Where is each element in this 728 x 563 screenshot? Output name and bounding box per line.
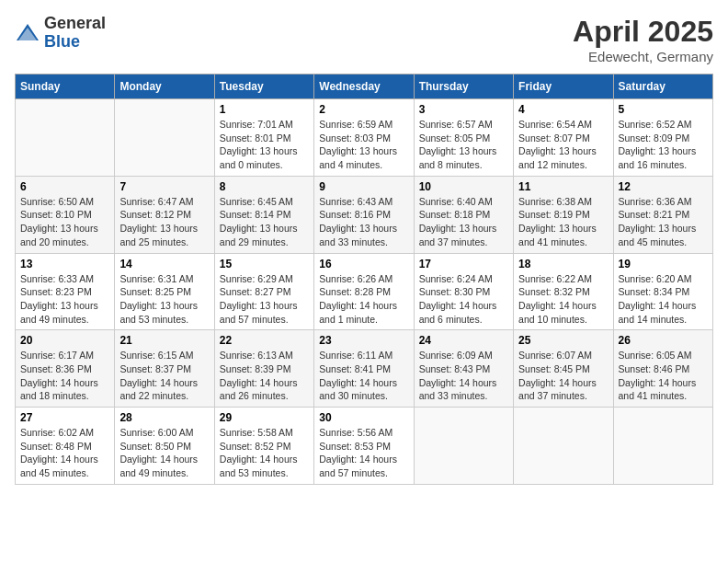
day-info: Sunrise: 6:47 AM Sunset: 8:12 PM Dayligh… xyxy=(119,195,209,249)
calendar-day-cell: 26Sunrise: 6:05 AM Sunset: 8:46 PM Dayli… xyxy=(613,330,712,408)
calendar-day-cell: 3Sunrise: 6:57 AM Sunset: 8:05 PM Daylig… xyxy=(414,99,513,177)
day-number: 2 xyxy=(319,103,408,116)
day-number: 19 xyxy=(619,258,708,270)
calendar-header-cell: Monday xyxy=(115,75,214,99)
calendar-day-cell: 18Sunrise: 6:22 AM Sunset: 8:32 PM Dayli… xyxy=(514,253,613,330)
day-number: 8 xyxy=(220,180,309,193)
day-number: 9 xyxy=(319,180,408,193)
calendar-day-cell: 19Sunrise: 6:20 AM Sunset: 8:34 PM Dayli… xyxy=(613,253,712,330)
day-info: Sunrise: 6:43 AM Sunset: 8:16 PM Dayligh… xyxy=(319,195,408,249)
calendar-day-cell: 15Sunrise: 6:29 AM Sunset: 8:27 PM Dayli… xyxy=(214,253,313,330)
calendar-day-cell: 2Sunrise: 6:59 AM Sunset: 8:03 PM Daylig… xyxy=(314,99,414,177)
day-number: 14 xyxy=(119,258,209,270)
logo-text: General Blue xyxy=(44,15,106,52)
day-number: 15 xyxy=(220,258,309,270)
calendar-day-cell: 4Sunrise: 6:54 AM Sunset: 8:07 PM Daylig… xyxy=(514,99,613,177)
day-info: Sunrise: 6:26 AM Sunset: 8:28 PM Dayligh… xyxy=(319,272,408,327)
day-info: Sunrise: 6:11 AM Sunset: 8:41 PM Dayligh… xyxy=(319,349,408,403)
day-info: Sunrise: 6:20 AM Sunset: 8:34 PM Dayligh… xyxy=(619,272,708,327)
day-number: 25 xyxy=(518,334,608,347)
calendar-day-cell: 21Sunrise: 6:15 AM Sunset: 8:37 PM Dayli… xyxy=(115,330,214,408)
calendar-header-cell: Saturday xyxy=(613,75,712,99)
title-area: April 2025 Edewecht, Germany xyxy=(573,15,713,64)
calendar-week-row: 6Sunrise: 6:50 AM Sunset: 8:10 PM Daylig… xyxy=(16,176,713,253)
calendar-day-cell: 1Sunrise: 7:01 AM Sunset: 8:01 PM Daylig… xyxy=(214,99,313,177)
logo-blue: Blue xyxy=(44,33,106,52)
day-number: 7 xyxy=(119,180,209,193)
logo: General Blue xyxy=(15,15,106,52)
calendar-day-cell: 20Sunrise: 6:17 AM Sunset: 8:36 PM Dayli… xyxy=(16,330,115,408)
calendar-day-cell: 12Sunrise: 6:36 AM Sunset: 8:21 PM Dayli… xyxy=(613,176,712,253)
calendar-header-cell: Friday xyxy=(514,75,613,99)
calendar-week-row: 13Sunrise: 6:33 AM Sunset: 8:23 PM Dayli… xyxy=(16,253,713,330)
calendar-day-cell: 10Sunrise: 6:40 AM Sunset: 8:18 PM Dayli… xyxy=(414,176,513,253)
day-info: Sunrise: 5:56 AM Sunset: 8:53 PM Dayligh… xyxy=(319,426,408,480)
calendar-day-cell: 7Sunrise: 6:47 AM Sunset: 8:12 PM Daylig… xyxy=(115,176,214,253)
calendar-day-cell xyxy=(514,408,613,485)
day-number: 18 xyxy=(518,258,608,270)
day-info: Sunrise: 6:22 AM Sunset: 8:32 PM Dayligh… xyxy=(518,272,608,327)
calendar-day-cell: 16Sunrise: 6:26 AM Sunset: 8:28 PM Dayli… xyxy=(314,253,414,330)
day-number: 11 xyxy=(518,180,608,193)
day-number: 22 xyxy=(220,334,309,347)
day-info: Sunrise: 6:57 AM Sunset: 8:05 PM Dayligh… xyxy=(419,118,508,172)
day-info: Sunrise: 6:36 AM Sunset: 8:21 PM Dayligh… xyxy=(619,195,708,249)
day-info: Sunrise: 6:07 AM Sunset: 8:45 PM Dayligh… xyxy=(518,349,608,403)
location-title: Edewecht, Germany xyxy=(573,49,713,64)
day-info: Sunrise: 6:31 AM Sunset: 8:25 PM Dayligh… xyxy=(119,272,209,327)
day-number: 21 xyxy=(119,334,209,347)
calendar-header-row: SundayMondayTuesdayWednesdayThursdayFrid… xyxy=(16,75,713,99)
day-number: 4 xyxy=(518,103,608,116)
day-number: 10 xyxy=(419,180,508,193)
calendar-day-cell: 17Sunrise: 6:24 AM Sunset: 8:30 PM Dayli… xyxy=(414,253,513,330)
calendar-header-cell: Thursday xyxy=(414,75,513,99)
calendar-day-cell: 8Sunrise: 6:45 AM Sunset: 8:14 PM Daylig… xyxy=(214,176,313,253)
day-number: 12 xyxy=(619,180,708,193)
calendar-day-cell xyxy=(115,99,214,177)
day-info: Sunrise: 7:01 AM Sunset: 8:01 PM Dayligh… xyxy=(220,118,309,172)
day-info: Sunrise: 6:02 AM Sunset: 8:48 PM Dayligh… xyxy=(20,426,109,480)
calendar-day-cell: 9Sunrise: 6:43 AM Sunset: 8:16 PM Daylig… xyxy=(314,176,414,253)
day-number: 5 xyxy=(619,103,708,116)
day-number: 3 xyxy=(419,103,508,116)
calendar-day-cell: 22Sunrise: 6:13 AM Sunset: 8:39 PM Dayli… xyxy=(214,330,313,408)
day-info: Sunrise: 5:58 AM Sunset: 8:52 PM Dayligh… xyxy=(220,426,309,480)
calendar: SundayMondayTuesdayWednesdayThursdayFrid… xyxy=(15,74,713,485)
calendar-day-cell xyxy=(414,408,513,485)
day-info: Sunrise: 6:59 AM Sunset: 8:03 PM Dayligh… xyxy=(319,118,408,172)
day-number: 16 xyxy=(319,258,408,270)
calendar-day-cell: 28Sunrise: 6:00 AM Sunset: 8:50 PM Dayli… xyxy=(115,408,214,485)
day-info: Sunrise: 6:00 AM Sunset: 8:50 PM Dayligh… xyxy=(119,426,209,480)
day-number: 28 xyxy=(119,411,209,424)
day-info: Sunrise: 6:29 AM Sunset: 8:27 PM Dayligh… xyxy=(220,272,309,327)
day-info: Sunrise: 6:45 AM Sunset: 8:14 PM Dayligh… xyxy=(220,195,309,249)
calendar-day-cell: 23Sunrise: 6:11 AM Sunset: 8:41 PM Dayli… xyxy=(314,330,414,408)
day-info: Sunrise: 6:05 AM Sunset: 8:46 PM Dayligh… xyxy=(619,349,708,403)
calendar-week-row: 27Sunrise: 6:02 AM Sunset: 8:48 PM Dayli… xyxy=(16,408,713,485)
day-number: 26 xyxy=(619,334,708,347)
month-title: April 2025 xyxy=(573,15,713,49)
day-info: Sunrise: 6:52 AM Sunset: 8:09 PM Dayligh… xyxy=(619,118,708,172)
day-number: 29 xyxy=(220,411,309,424)
day-number: 6 xyxy=(20,180,109,193)
day-info: Sunrise: 6:50 AM Sunset: 8:10 PM Dayligh… xyxy=(20,195,109,249)
day-info: Sunrise: 6:17 AM Sunset: 8:36 PM Dayligh… xyxy=(20,349,109,403)
logo-general: General xyxy=(44,15,106,33)
header: General Blue April 2025 Edewecht, German… xyxy=(15,15,713,64)
day-number: 23 xyxy=(319,334,408,347)
calendar-day-cell: 25Sunrise: 6:07 AM Sunset: 8:45 PM Dayli… xyxy=(514,330,613,408)
calendar-day-cell: 5Sunrise: 6:52 AM Sunset: 8:09 PM Daylig… xyxy=(613,99,712,177)
calendar-day-cell: 27Sunrise: 6:02 AM Sunset: 8:48 PM Dayli… xyxy=(16,408,115,485)
day-number: 30 xyxy=(319,411,408,424)
day-number: 27 xyxy=(20,411,109,424)
day-number: 1 xyxy=(220,103,309,116)
calendar-body: 1Sunrise: 7:01 AM Sunset: 8:01 PM Daylig… xyxy=(16,99,713,485)
calendar-day-cell xyxy=(613,408,712,485)
calendar-day-cell xyxy=(16,99,115,177)
day-info: Sunrise: 6:09 AM Sunset: 8:43 PM Dayligh… xyxy=(419,349,508,403)
calendar-header-cell: Wednesday xyxy=(314,75,414,99)
day-info: Sunrise: 6:38 AM Sunset: 8:19 PM Dayligh… xyxy=(518,195,608,249)
day-info: Sunrise: 6:15 AM Sunset: 8:37 PM Dayligh… xyxy=(119,349,209,403)
calendar-week-row: 1Sunrise: 7:01 AM Sunset: 8:01 PM Daylig… xyxy=(16,99,713,177)
logo-icon xyxy=(15,20,40,46)
